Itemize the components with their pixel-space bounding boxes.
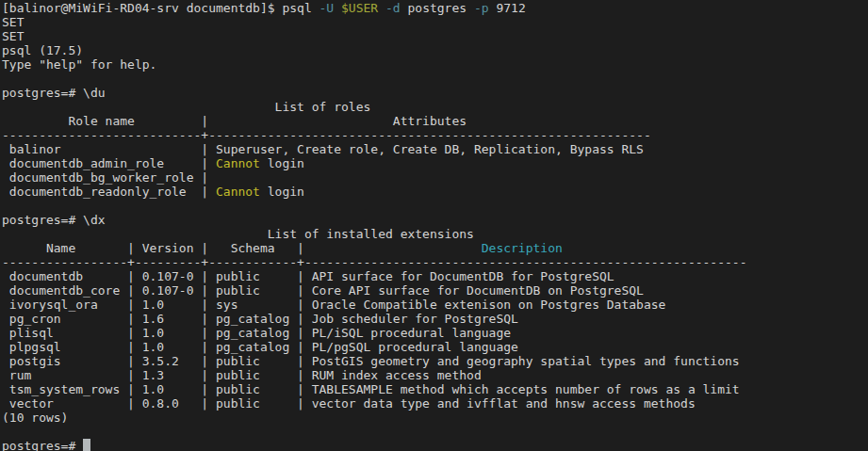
highlight-cannot: Cannot	[216, 185, 260, 199]
roles-table-row: documentdb_bg_worker_role |	[2, 170, 868, 185]
header-cells: Role name | Attributes	[2, 114, 467, 128]
port-arg: 9712	[489, 1, 526, 15]
highlight-cannot: Cannot	[216, 156, 260, 170]
row-cells: tsm_system_rows | 1.0 | public | TABLESA…	[2, 382, 740, 396]
dx-command-line: postgres=# \dx	[2, 213, 868, 227]
roles-table-row: documentdb_admin_role | Cannot login	[2, 156, 868, 170]
psql-prompt-and-command: postgres=# \du	[2, 86, 106, 100]
psql-prompt: postgres=#	[2, 439, 83, 451]
terminal-window: [balinor@MiWiFi-RD04-srv documentdb]$ ps…	[0, 0, 868, 451]
table-title: List of roles	[2, 100, 370, 114]
row-cells: documentdb_core | 0.107-0 | public | Cor…	[2, 283, 644, 298]
row-cells: documentdb | 0.107-0 | public | API surf…	[2, 269, 614, 283]
extensions-table-row: plpgsql | 1.0 | pg_catalog | PL/pgSQL pr…	[2, 340, 868, 354]
header-cells: Name | Version | Schema |	[2, 241, 482, 255]
extensions-table-row: ivorysql_ora | 1.0 | sys | Oracle Compat…	[2, 298, 868, 312]
extensions-table-row: documentdb | 0.107-0 | public | API surf…	[2, 269, 868, 283]
blank-line	[2, 425, 868, 439]
table-title: List of installed extensions	[2, 227, 474, 241]
blank-line	[2, 72, 868, 86]
text: SET	[2, 29, 24, 43]
psql-prompt-and-command: postgres=# \dx	[2, 213, 106, 227]
extensions-table-row: vector | 0.8.0 | public | vector data ty…	[2, 396, 868, 411]
set-output-line: SET	[2, 15, 868, 29]
extensions-table-row: tsm_system_rows | 1.0 | public | TABLESA…	[2, 382, 868, 396]
extensions-table-row: rum | 1.3 | public | RUM index access me…	[2, 368, 868, 382]
extensions-table-row: documentdb_core | 0.107-0 | public | Cor…	[2, 283, 868, 298]
row-cells: plpgsql | 1.0 | pg_catalog | PL/pgSQL pr…	[2, 340, 518, 354]
user-variable: $USER	[341, 1, 378, 15]
row-cells: documentdb_bg_worker_role |	[2, 170, 216, 185]
row-cells: documentdb_admin_role |	[2, 156, 216, 170]
terminal-screen[interactable]: [balinor@MiWiFi-RD04-srv documentdb]$ ps…	[2, 1, 868, 451]
roles-table-separator: ---------------------------+------------…	[2, 128, 868, 142]
help-hint-line: Type "help" for help.	[2, 57, 868, 72]
row-count-line: (10 rows)	[2, 411, 868, 425]
extensions-table-row: postgis | 3.5.2 | public | PostGIS geome…	[2, 354, 868, 368]
roles-table-row: documentdb_readonly_role | Cannot login	[2, 185, 868, 199]
extensions-table-separator: -----------------+---------+------------…	[2, 255, 868, 269]
prompt-line[interactable]: postgres=#	[2, 439, 868, 451]
shell-prompt-and-command: [balinor@MiWiFi-RD04-srv documentdb]$ ps…	[2, 1, 319, 15]
row-cells: pg_cron | 1.6 | pg_catalog | Job schedul…	[2, 312, 518, 326]
terminal-cursor[interactable]	[83, 439, 90, 451]
database-arg: postgres	[401, 1, 474, 15]
roles-table-row: balinor | Superuser, Create role, Create…	[2, 142, 868, 156]
row-cells: plisql | 1.0 | pg_catalog | PL/iSQL proc…	[2, 326, 511, 340]
row-cells: ivorysql_ora | 1.0 | sys | Oracle Compat…	[2, 298, 665, 312]
row-cells: balinor | Superuser, Create role, Create…	[2, 142, 644, 156]
extensions-table-row: pg_cron | 1.6 | pg_catalog | Job schedul…	[2, 312, 868, 326]
separator: -----------------+---------+------------…	[2, 255, 747, 269]
shell-command-line: [balinor@MiWiFi-RD04-srv documentdb]$ ps…	[2, 1, 868, 15]
extensions-table-row: plisql | 1.0 | pg_catalog | PL/iSQL proc…	[2, 326, 868, 340]
roles-table-header: Role name | Attributes	[2, 114, 868, 128]
psql-version-line: psql (17.5)	[2, 43, 868, 57]
text: psql (17.5)	[2, 43, 83, 57]
extensions-table-header: Name | Version | Schema | Description	[2, 241, 868, 255]
row-cells: login	[260, 156, 304, 170]
row-cells: postgis | 3.5.2 | public | PostGIS geome…	[2, 354, 740, 368]
flag-database: -d	[385, 1, 401, 15]
row-cells: documentdb_readonly_role |	[2, 185, 216, 199]
flag-port: -p	[474, 1, 489, 15]
row-cells: rum | 1.3 | public | RUM index access me…	[2, 368, 482, 382]
space	[334, 1, 341, 15]
blank-line	[2, 199, 868, 213]
set-output-line: SET	[2, 29, 868, 43]
extensions-table-title: List of installed extensions	[2, 227, 868, 241]
space	[378, 1, 385, 15]
row-cells: login	[260, 185, 304, 199]
text: SET	[2, 15, 24, 29]
header-description: Description	[482, 241, 563, 255]
text: Type "help" for help.	[2, 57, 156, 72]
row-count: (10 rows)	[2, 411, 68, 425]
roles-table-title: List of roles	[2, 100, 868, 114]
row-cells: vector | 0.8.0 | public | vector data ty…	[2, 396, 696, 411]
separator: ---------------------------+------------…	[2, 128, 651, 142]
du-command-line: postgres=# \du	[2, 86, 868, 100]
flag-user: -U	[319, 1, 335, 15]
